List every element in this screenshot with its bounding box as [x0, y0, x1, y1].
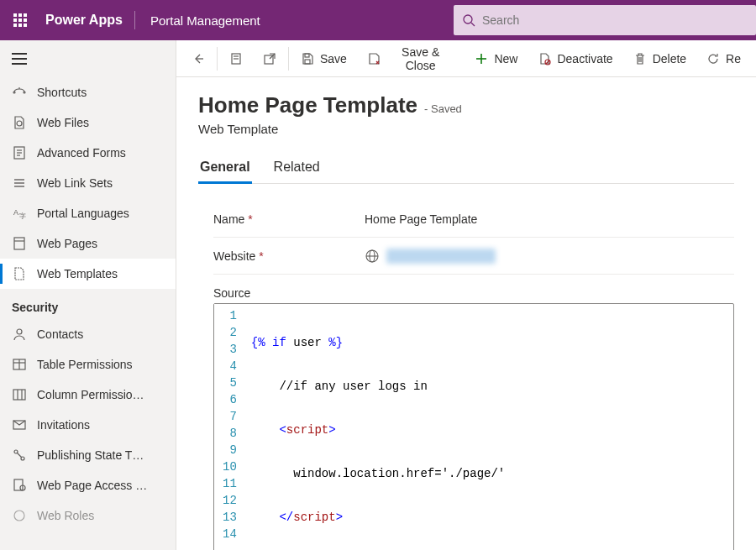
app-launcher-icon[interactable] [0, 0, 40, 40]
search-box[interactable] [454, 5, 756, 35]
page-title: Home Page Template [198, 92, 417, 118]
field-website-row: Website* [213, 238, 734, 275]
sidebar-item-web-templates[interactable]: Web Templates [0, 259, 176, 289]
source-editor[interactable]: 1234567891011121314 {% if user %} //if a… [213, 303, 734, 550]
entity-name: Web Template [198, 122, 734, 136]
sidebar-item-label: Invitations [37, 418, 90, 432]
sidebar-item-label: Advanced Forms [37, 146, 126, 160]
svg-line-27 [17, 453, 22, 458]
state-icon [12, 448, 27, 463]
portal-name: Portal Management [135, 13, 276, 28]
sidebar: Shortcuts Web Files Advanced Forms Web L… [0, 40, 176, 550]
sidebar-section-security: Security [0, 289, 176, 319]
field-name-value[interactable]: Home Page Template [356, 212, 734, 226]
sidebar-item-publishing-state[interactable]: Publishing State T… [0, 440, 176, 470]
command-bar: Save Save & Close New Deactivate Delete … [176, 40, 756, 77]
sidebar-item-contacts[interactable]: Contacts [0, 319, 176, 349]
sidebar-item-label: Contacts [37, 327, 83, 341]
deactivate-icon [538, 52, 551, 65]
tab-general[interactable]: General [198, 155, 252, 183]
sidebar-item-web-link-sets[interactable]: Web Link Sets [0, 168, 176, 198]
sidebar-item-invitations[interactable]: Invitations [0, 410, 176, 440]
list-icon [12, 175, 27, 191]
trash-icon [633, 52, 647, 65]
person-icon [12, 327, 27, 342]
plus-icon [475, 52, 488, 65]
refresh-button[interactable]: Re [696, 40, 751, 77]
sidebar-item-label: Table Permissions [37, 358, 133, 371]
sidebar-item-column-permissions[interactable]: Column Permissio… [0, 380, 176, 410]
sidebar-item-label: Publishing State T… [37, 448, 144, 462]
open-new-window-button[interactable] [253, 40, 286, 77]
page-icon [12, 236, 27, 251]
field-website-label: Website [213, 249, 255, 263]
refresh-icon [706, 52, 720, 65]
line-numbers: 1234567891011121314 [214, 304, 244, 550]
roles-icon [12, 508, 27, 523]
sidebar-item-web-page-access[interactable]: Web Page Access … [0, 470, 176, 500]
sidebar-item-web-pages[interactable]: Web Pages [0, 228, 176, 259]
form-content: Home Page Template - Saved Web Template … [176, 77, 756, 550]
deactivate-button[interactable]: Deactivate [528, 40, 622, 77]
save-icon [301, 52, 314, 65]
sidebar-item-shortcuts[interactable]: Shortcuts [0, 77, 176, 107]
field-source-label: Source [213, 286, 734, 300]
back-button[interactable] [181, 40, 215, 77]
app-name: Power Apps [40, 13, 134, 28]
top-bar: Power Apps Portal Management [0, 0, 756, 40]
language-icon: A字 [12, 206, 27, 221]
sidebar-item-label: Web Page Access … [37, 479, 147, 492]
sidebar-item-label: Web Templates [37, 267, 118, 280]
save-button[interactable]: Save [291, 40, 357, 77]
website-lookup-value [386, 249, 496, 264]
sidebar-item-advanced-forms[interactable]: Advanced Forms [0, 138, 176, 168]
svg-rect-38 [305, 54, 309, 57]
file-icon [12, 115, 27, 130]
field-name-label: Name [213, 212, 244, 226]
shortcuts-icon [12, 85, 27, 100]
svg-text:A: A [13, 208, 18, 217]
envelope-icon [12, 417, 27, 432]
svg-line-36 [270, 54, 275, 59]
svg-line-1 [471, 23, 475, 26]
field-website-value[interactable] [356, 249, 734, 264]
svg-point-30 [14, 511, 24, 521]
save-status: - Saved [424, 102, 462, 115]
sidebar-item-label: Web Files [37, 116, 89, 129]
svg-rect-37 [305, 60, 310, 64]
svg-text:字: 字 [19, 212, 26, 220]
sidebar-item-label: Web Pages [37, 237, 97, 250]
sidebar-item-label: Web Link Sets [37, 176, 113, 190]
back-arrow-icon [192, 52, 205, 65]
form-selector-button[interactable] [219, 40, 253, 77]
svg-rect-28 [14, 479, 23, 490]
document-icon [229, 52, 243, 65]
delete-button[interactable]: Delete [623, 40, 696, 77]
sidebar-item-table-permissions[interactable]: Table Permissions [0, 349, 176, 380]
svg-point-0 [464, 15, 472, 24]
required-indicator: * [248, 212, 252, 226]
svg-rect-21 [13, 390, 25, 400]
sidebar-item-label: Shortcuts [37, 86, 87, 99]
field-name-row: Name* Home Page Template [213, 201, 734, 238]
tabs: General Related [198, 155, 734, 184]
new-button[interactable]: New [465, 40, 528, 77]
sidebar-item-web-files[interactable]: Web Files [0, 107, 176, 138]
table-icon [12, 357, 27, 372]
sidebar-item-web-roles[interactable]: Web Roles [0, 500, 176, 531]
save-close-button[interactable]: Save & Close [357, 40, 465, 77]
sidebar-item-label: Column Permissio… [37, 388, 144, 401]
columns-icon [12, 387, 27, 402]
search-icon [462, 13, 475, 27]
access-icon [12, 478, 27, 493]
tab-related[interactable]: Related [272, 155, 322, 183]
save-close-icon [367, 52, 381, 65]
required-indicator: * [259, 249, 263, 263]
search-input[interactable] [482, 13, 748, 27]
form-icon [12, 145, 27, 160]
template-icon [12, 266, 27, 281]
sidebar-item-portal-languages[interactable]: A字 Portal Languages [0, 198, 176, 228]
svg-rect-15 [14, 238, 24, 249]
code-content[interactable]: {% if user %} //if any user logs in <scr… [244, 304, 660, 550]
hamburger-icon[interactable] [0, 40, 176, 77]
